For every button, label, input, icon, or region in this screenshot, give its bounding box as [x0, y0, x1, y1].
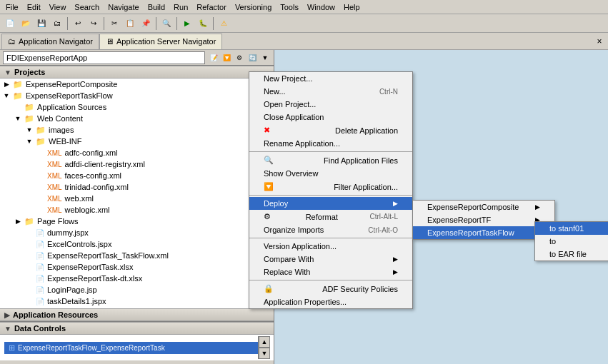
data-scroll-down-btn[interactable]: ▼: [259, 348, 270, 359]
nav-refresh-btn[interactable]: 🔄: [246, 52, 258, 64]
tree-item[interactable]: 📁Application Sources: [0, 101, 262, 113]
menu-help[interactable]: Help: [339, 1, 364, 13]
selected-item-icon: ⊞: [9, 343, 15, 353]
run-btn[interactable]: ▶: [180, 16, 194, 31]
deploy-arrow-icon: ▶: [393, 200, 398, 207]
menu-view[interactable]: View: [45, 1, 71, 13]
menu-tools[interactable]: Tools: [276, 1, 303, 13]
menu-search[interactable]: Search: [70, 1, 104, 13]
deploy-to-stanf01[interactable]: to stanf01: [535, 222, 608, 235]
menu-run[interactable]: Run: [169, 1, 192, 13]
menu-file[interactable]: File: [1, 1, 23, 13]
open-btn[interactable]: 📂: [19, 16, 33, 31]
tree-item[interactable]: ▶📁ExpenseReportComposite: [0, 79, 262, 90]
find-btn[interactable]: 🔍: [159, 16, 174, 31]
tree-item[interactable]: ▼📁ExpenseReportTaskFlow: [0, 90, 262, 101]
tree-item[interactable]: ▼📁images: [0, 124, 262, 136]
ctx-version-app[interactable]: Version Application...: [249, 240, 412, 253]
nav-sync-btn[interactable]: ⚙: [234, 52, 245, 64]
menu-edit[interactable]: Edit: [23, 1, 45, 13]
expand-icon[interactable]: ▶: [13, 216, 23, 226]
ctx-new-project[interactable]: New Project...: [249, 72, 412, 85]
tree-item[interactable]: ▼📁Web Content: [0, 113, 262, 124]
expand-icon[interactable]: ▼: [24, 136, 34, 146]
ctx-show-overview[interactable]: Show Overview: [249, 167, 412, 180]
cut-btn[interactable]: ✂: [107, 16, 121, 31]
ctx-app-properties[interactable]: Application Properties...: [249, 295, 412, 308]
close-navigator-btn[interactable]: ×: [592, 34, 607, 49]
ctx-filter-app[interactable]: 🔽 Filter Application...: [249, 180, 412, 193]
reformat-label: Reformat: [306, 213, 338, 221]
menu-versioning[interactable]: Versioning: [231, 1, 276, 13]
data-scroll-up-btn[interactable]: ▲: [259, 336, 270, 348]
deploy-composite[interactable]: ExpenseReportComposite ▶: [413, 201, 554, 213]
nav-filter-btn[interactable]: 🔽: [221, 52, 232, 64]
tree-item[interactable]: XMLweblogic.xml: [0, 204, 262, 216]
projects-label: Projects: [14, 68, 45, 76]
menu-refactor[interactable]: Refactor: [192, 1, 231, 13]
tree-item[interactable]: ▼📁WEB-INF: [0, 136, 262, 147]
tree-item[interactable]: 📄dummy.jspx: [0, 227, 262, 238]
ctx-close-app[interactable]: Close Application: [249, 111, 412, 123]
tree-item[interactable]: XMLweb.xml: [0, 193, 262, 204]
xml-icon: XML: [47, 161, 62, 168]
ctx-adf-security[interactable]: 🔒 ADF Security Policies: [249, 282, 412, 295]
debug-btn[interactable]: 🐛: [196, 16, 210, 31]
save-all-btn[interactable]: 🗂: [50, 16, 64, 31]
menu-navigate[interactable]: Navigate: [104, 1, 143, 13]
ctx-find-files[interactable]: 🔍 Find Application Files: [249, 153, 412, 167]
expand-icon[interactable]: ▼: [13, 113, 23, 123]
tree-item[interactable]: XMLadfdi-client-registry.xml: [0, 158, 262, 170]
tree-item[interactable]: 📄ExpenseReportTask.xlsx: [0, 261, 262, 273]
tree-item[interactable]: 📄ExpenseReportTask-dt.xlsx: [0, 273, 262, 284]
ctx-reformat[interactable]: ⚙ Reformat Ctrl-Alt-L: [249, 210, 412, 223]
undo-btn[interactable]: ↩: [71, 16, 85, 31]
menu-window[interactable]: Window: [303, 1, 339, 13]
data-controls-header[interactable]: ▼ Data Controls: [0, 322, 274, 335]
tab-app-navigator[interactable]: 🗂 Application Navigator: [1, 34, 99, 49]
tree-item[interactable]: 📄ExcelControls.jspx: [0, 238, 262, 250]
ctx-compare-with[interactable]: Compare With ▶: [249, 253, 412, 266]
redo-btn[interactable]: ↪: [86, 16, 101, 31]
app-dropdown[interactable]: FDIExpenseReportApp: [3, 51, 205, 64]
tree-item[interactable]: XMLfaces-config.xml: [0, 170, 262, 181]
tree-item[interactable]: XMLadfc-config.xml: [0, 147, 262, 158]
projects-header[interactable]: ▼ Projects: [0, 66, 274, 79]
copy-btn[interactable]: 📋: [123, 16, 137, 31]
ctx-delete-app[interactable]: ✖ Delete Application: [249, 123, 412, 137]
ctx-organize-imports[interactable]: Organize Imports Ctrl-Alt-O: [249, 223, 412, 236]
save-btn[interactable]: 💾: [34, 16, 49, 31]
expand-icon[interactable]: ▶: [1, 79, 11, 89]
deploy-to-ear[interactable]: to EAR file: [535, 248, 608, 261]
ctx-deploy[interactable]: Deploy ▶: [249, 197, 412, 210]
ctx-replace-with[interactable]: Replace With ▶: [249, 266, 412, 278]
expand-icon[interactable]: ▼: [24, 125, 34, 135]
version-app-label: Version Application...: [264, 242, 337, 251]
nav-new-btn[interactable]: 📝: [208, 52, 219, 64]
warn-btn[interactable]: ⚠: [216, 16, 231, 31]
find-files-icon: 🔍: [264, 156, 274, 165]
app-resources-header[interactable]: ▶ Application Resources: [0, 308, 274, 321]
server-navigator-icon: 🖥: [106, 37, 114, 46]
to-label: to: [549, 237, 556, 246]
ctx-rename-app[interactable]: Rename Application...: [249, 137, 412, 150]
new-btn[interactable]: 📄: [3, 16, 17, 31]
nav-menu-btn[interactable]: ▼: [259, 52, 271, 64]
deploy-taskflow[interactable]: ExpenseReportTaskFlow ▶: [413, 226, 554, 239]
deploy-tf[interactable]: ExpenseReportTF ▶: [413, 213, 554, 226]
tree-item[interactable]: 📄ExpenseReportTask_TaskFlow.xml: [0, 250, 262, 261]
tree-item-label: faces-config.xml: [65, 171, 121, 180]
tree-item[interactable]: ▶📁Page Flows: [0, 216, 262, 227]
tree-item[interactable]: 📄taskDetails1.jspx: [0, 295, 262, 307]
project-tree[interactable]: ▶📁ExpenseReportComposite▼📁ExpenseReportT…: [0, 79, 262, 308]
file-icon: 📄: [36, 298, 44, 305]
menu-build[interactable]: Build: [144, 1, 169, 13]
tree-item[interactable]: XMLtrinidad-config.xml: [0, 181, 262, 193]
tree-item[interactable]: 📄LoginPage.jsp: [0, 284, 262, 295]
expand-icon[interactable]: ▼: [1, 91, 11, 101]
tab-server-navigator[interactable]: 🖥 Application Server Navigator: [99, 34, 222, 49]
ctx-new[interactable]: New... Ctrl-N: [249, 85, 412, 98]
paste-btn[interactable]: 📌: [139, 16, 153, 31]
ctx-open-project[interactable]: Open Project...: [249, 98, 412, 111]
deploy-to[interactable]: to ▶: [535, 235, 608, 248]
